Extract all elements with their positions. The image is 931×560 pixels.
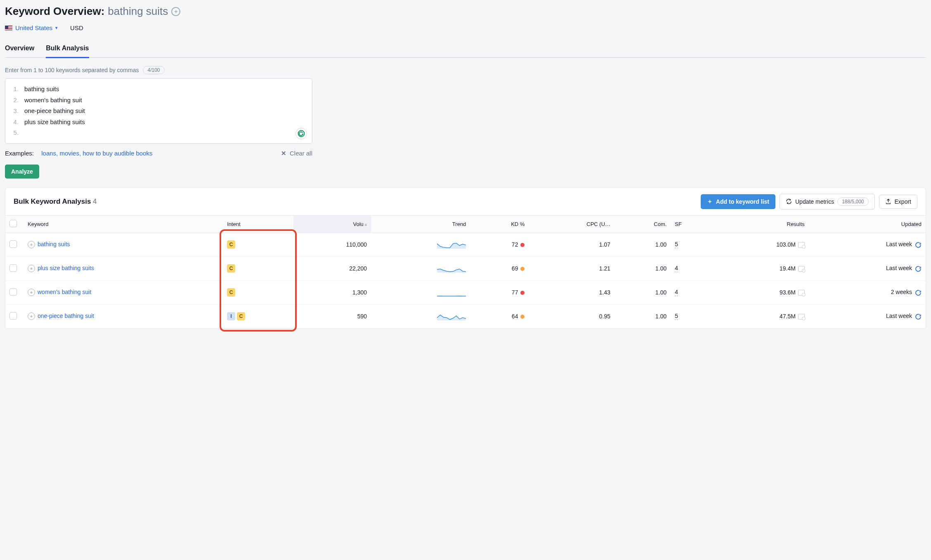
refresh-row-icon[interactable]	[915, 289, 922, 296]
row-checkbox[interactable]	[9, 288, 17, 296]
table-row: +plus size bathing suitsC22,200691.211.0…	[5, 256, 926, 280]
serp-icon[interactable]	[798, 290, 805, 296]
results-panel: Bulk Keyword Analysis 4 ＋ Add to keyword…	[5, 188, 926, 329]
export-label: Export	[895, 198, 911, 205]
select-all-checkbox[interactable]	[9, 220, 17, 227]
trend-cell	[371, 280, 470, 304]
analyze-label: Analyze	[11, 168, 33, 175]
update-metrics-button[interactable]: Update metrics 188/5,000	[780, 194, 875, 209]
examples-link[interactable]: loans, movies, how to buy audible books	[41, 150, 152, 157]
col-intent[interactable]: Intent	[223, 215, 293, 233]
country-select[interactable]: United States ▾	[5, 24, 58, 31]
country-label: United States	[15, 24, 52, 31]
volume-cell: 110,000	[293, 233, 371, 256]
col-results[interactable]: Results	[711, 215, 809, 233]
bulk-counter: 4/100	[143, 66, 164, 74]
refresh-row-icon[interactable]	[915, 242, 922, 248]
keywords-editor[interactable]: 1.bathing suits2.women's bathing suit3.o…	[5, 78, 312, 144]
editor-line: women's bathing suit	[24, 96, 82, 105]
intent-badge-i: I	[227, 312, 235, 320]
keyword-link[interactable]: one-piece bathing suit	[38, 313, 94, 319]
expand-icon[interactable]: +	[28, 241, 35, 248]
clear-all-button[interactable]: ✕ Clear all	[281, 150, 312, 157]
col-trend[interactable]: Trend	[371, 215, 470, 233]
meta-row: United States ▾ USD	[5, 24, 926, 31]
page-title-prefix: Keyword Overview:	[5, 5, 104, 18]
serp-icon[interactable]	[798, 314, 805, 320]
tabs: Overview Bulk Analysis	[5, 41, 926, 58]
results-cell: 19.4M	[711, 256, 809, 280]
export-icon	[885, 198, 891, 205]
cpc-cell: 1.21	[529, 256, 614, 280]
row-checkbox[interactable]	[9, 240, 17, 248]
line-number: 1.	[11, 85, 19, 94]
intent-badge-c: C	[227, 288, 235, 296]
analyze-button[interactable]: Analyze	[5, 165, 39, 179]
row-checkbox[interactable]	[9, 264, 17, 272]
col-volume[interactable]: Volu≡	[293, 215, 371, 233]
com-cell: 1.00	[614, 233, 671, 256]
col-cpc[interactable]: CPC (U…	[529, 215, 614, 233]
expand-icon[interactable]: +	[28, 313, 35, 320]
sf-cell: 4	[671, 280, 711, 304]
bulk-instructions: Enter from 1 to 100 keywords separated b…	[5, 66, 926, 74]
trend-cell	[371, 256, 470, 280]
col-com[interactable]: Com.	[614, 215, 671, 233]
tab-overview[interactable]: Overview	[5, 41, 34, 57]
plus-icon: ＋	[707, 198, 713, 205]
cpc-cell: 1.07	[529, 233, 614, 256]
keyword-link[interactable]: women's bathing suit	[38, 289, 91, 295]
page-title: Keyword Overview: bathing suits +	[5, 5, 926, 18]
grammarly-icon[interactable]	[295, 128, 307, 139]
kd-dot-icon	[520, 291, 525, 295]
col-kd[interactable]: KD %	[470, 215, 529, 233]
com-cell: 1.00	[614, 256, 671, 280]
sf-cell: 5	[671, 304, 711, 328]
editor-line: bathing suits	[24, 85, 59, 94]
col-sf[interactable]: SF	[671, 215, 711, 233]
expand-icon[interactable]: +	[28, 289, 35, 296]
col-volume-label: Volu	[353, 221, 364, 227]
tab-bulk-analysis[interactable]: Bulk Analysis	[46, 41, 89, 58]
keyword-link[interactable]: bathing suits	[38, 241, 70, 247]
volume-cell: 1,300	[293, 280, 371, 304]
line-number: 5.	[11, 128, 19, 138]
sf-cell: 5	[671, 233, 711, 256]
expand-icon[interactable]: +	[28, 265, 35, 272]
results-cell: 47.5M	[711, 304, 809, 328]
col-keyword[interactable]: Keyword	[24, 215, 223, 233]
add-to-list-label: Add to keyword list	[716, 198, 769, 205]
volume-cell: 22,200	[293, 256, 371, 280]
add-to-keyword-list-button[interactable]: ＋ Add to keyword list	[701, 194, 775, 209]
serp-icon[interactable]	[798, 242, 805, 248]
editor-line: one-piece bathing suit	[24, 106, 85, 116]
keyword-link[interactable]: plus size bathing suits	[38, 265, 94, 271]
kd-cell: 72	[470, 233, 529, 256]
editor-line: plus size bathing suits	[24, 118, 85, 127]
panel-title-count: 4	[93, 198, 97, 205]
updated-cell: Last week	[809, 256, 926, 280]
intent-cell: C	[223, 280, 293, 304]
sf-cell: 4	[671, 256, 711, 280]
refresh-row-icon[interactable]	[915, 313, 922, 320]
export-button[interactable]: Export	[879, 195, 917, 209]
table-row: +one-piece bathing suitI C590640.951.005…	[5, 304, 926, 328]
trend-cell	[371, 233, 470, 256]
cpc-cell: 0.95	[529, 304, 614, 328]
intent-cell: I C	[223, 304, 293, 328]
updated-cell: 2 weeks	[809, 280, 926, 304]
row-checkbox[interactable]	[9, 312, 17, 320]
intent-badge-c: C	[237, 312, 245, 320]
page-title-keyword: bathing suits	[108, 5, 168, 18]
refresh-icon	[786, 198, 792, 205]
kd-cell: 64	[470, 304, 529, 328]
intent-cell: C	[223, 233, 293, 256]
col-updated[interactable]: Updated	[809, 215, 926, 233]
serp-icon[interactable]	[798, 266, 805, 272]
examples-label: Examples:	[5, 150, 34, 157]
add-keyword-icon[interactable]: +	[171, 7, 180, 16]
kd-dot-icon	[520, 315, 525, 319]
table-row: +women's bathing suitC1,300771.431.00493…	[5, 280, 926, 304]
updated-cell: Last week	[809, 304, 926, 328]
refresh-row-icon[interactable]	[915, 266, 922, 272]
